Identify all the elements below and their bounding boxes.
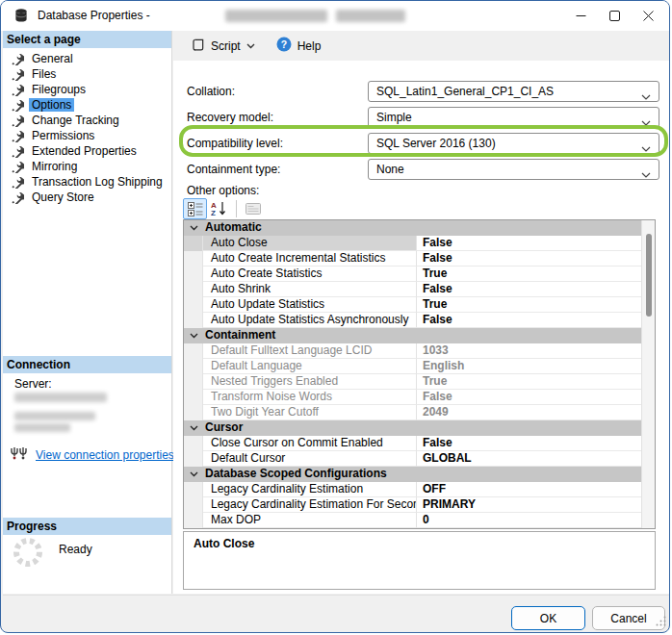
sidebar-item-transaction-log-shipping[interactable]: Transaction Log Shipping [3,174,171,190]
sidebar-item-permissions[interactable]: Permissions [3,128,171,143]
grid-row-legacy-cardinality-estimation-for-secondary[interactable]: Legacy Cardinality Estimation For Second… [184,497,655,513]
expand-chevron-icon [184,220,203,236]
property-value[interactable]: True [417,297,655,313]
property-pages-button [242,198,266,219]
sidebar-item-extended-properties[interactable]: Extended Properties [3,143,171,159]
property-value[interactable]: True [417,374,655,390]
combo-value: None [376,163,404,176]
chevron-down-icon [641,115,651,129]
alphabetical-sort-button[interactable]: A Z [207,198,231,219]
maximize-button[interactable] [598,1,632,30]
sidebar-item-label: Transaction Log Shipping [29,175,166,189]
title-bar: Database Properties - [1,1,669,31]
grid-section-automatic[interactable]: Automatic [184,220,655,236]
property-name: Auto Create Statistics [203,267,417,282]
grid-section-name: Automatic [203,220,655,236]
grid-row-default-fulltext-language-lcid[interactable]: Default Fulltext Language LCID1033 [184,343,655,359]
minimize-button[interactable] [564,1,598,30]
property-value[interactable]: False [417,251,655,267]
redacted-connection-user [14,412,95,420]
wrench-icon [11,52,24,65]
wrench-icon [11,83,24,96]
sidebar-item-label: Files [29,67,59,81]
property-value[interactable]: False [417,436,655,451]
grid-section-cursor[interactable]: Cursor [184,420,655,436]
grid-row-default-language[interactable]: Default LanguageEnglish [184,359,655,374]
property-value[interactable]: False [417,282,655,297]
row-gutter [184,343,203,359]
sidebar-item-change-tracking[interactable]: Change Tracking [3,113,171,128]
property-name: Nested Triggers Enabled [203,374,417,390]
grid-row-auto-close[interactable]: Auto CloseFalse [184,236,655,251]
help-button[interactable]: ? Help [272,34,325,58]
script-button[interactable]: Script [187,35,259,58]
property-value[interactable]: False [417,313,655,328]
grid-row-auto-create-statistics[interactable]: Auto Create StatisticsTrue [184,267,655,282]
combo-recovery-model[interactable]: Simple [368,107,659,128]
property-value[interactable]: OFF [417,482,655,497]
property-name: Close Cursor on Commit Enabled [203,436,417,451]
sidebar-item-options[interactable]: Options [3,97,171,113]
property-value[interactable]: 1033 [417,343,655,359]
property-value[interactable]: PRIMARY [417,497,655,513]
row-gutter [184,497,203,513]
grid-row-auto-update-statistics-asynchronously[interactable]: Auto Update Statistics AsynchronouslyFal… [184,313,655,328]
window-title: Database Properties - [38,9,150,22]
grid-row-nested-triggers-enabled[interactable]: Nested Triggers EnabledTrue [184,374,655,390]
property-name: Default Fulltext Language LCID [203,343,417,359]
redacted-connection-user [14,423,70,432]
progress-row: Ready [11,535,92,572]
property-value[interactable]: True [417,267,655,282]
grid-section-name: Cursor [203,420,655,436]
sidebar-item-files[interactable]: Files [3,66,171,82]
cancel-button[interactable]: Cancel [592,606,665,630]
grid-section-containment[interactable]: Containment [184,328,655,343]
script-label: Script [211,39,241,53]
row-gutter [184,313,203,328]
categorized-button[interactable] [183,198,207,219]
grid-row-close-cursor-on-commit-enabled[interactable]: Close Cursor on Commit EnabledFalse [184,436,655,451]
property-value[interactable]: 0 [417,513,655,528]
grid-row-max-dop[interactable]: Max DOP0 [184,513,655,528]
sidebar-item-mirroring[interactable]: Mirroring [3,159,171,174]
grid-section-name: Containment [203,328,655,343]
property-value[interactable]: English [417,359,655,374]
property-value[interactable]: False [417,236,655,251]
property-name: Max DOP [203,513,417,528]
combo-collation[interactable]: SQL_Latin1_General_CP1_CI_AS [368,81,659,102]
grid-row-default-cursor[interactable]: Default CursorGLOBAL [184,451,655,467]
view-connection-properties-link[interactable]: View connection properties [36,448,174,462]
wrench-icon [11,129,24,142]
grid-row-legacy-cardinality-estimation[interactable]: Legacy Cardinality EstimationOFF [184,482,655,497]
other-options-label: Other options: [187,184,259,197]
grid-row-transform-noise-words[interactable]: Transform Noise WordsFalse [184,390,655,405]
combo-compatibility-level[interactable]: SQL Server 2016 (130) [368,133,659,154]
ok-button[interactable]: OK [511,606,585,630]
grid-row-auto-update-statistics[interactable]: Auto Update StatisticsTrue [184,297,655,313]
grid-scrollbar[interactable] [641,220,655,528]
close-button[interactable] [632,1,665,30]
property-value[interactable]: False [417,390,655,405]
chevron-down-icon [641,167,651,181]
sidebar-item-filegroups[interactable]: Filegroups [3,82,171,97]
row-gutter [184,297,203,313]
grid-row-two-digit-year-cutoff[interactable]: Two Digit Year Cutoff2049 [184,405,655,420]
property-value[interactable]: GLOBAL [417,451,655,467]
combo-containment-type[interactable]: None [368,159,659,180]
expand-chevron-icon [184,467,203,482]
redacted-server-name [14,393,107,402]
sidebar-item-query-store[interactable]: Query Store [3,190,171,205]
grid-row-auto-create-incremental-statistics[interactable]: Auto Create Incremental StatisticsFalse [184,251,655,267]
footer-divider [3,595,670,596]
field-label: Compatibility level: [187,137,283,150]
resize-grip-icon[interactable] [656,616,666,629]
combo-value: Simple [376,111,412,124]
sidebar-item-general[interactable]: General [3,51,171,66]
grid-section-database-scoped-configurations[interactable]: Database Scoped Configurations [184,467,655,482]
sidebar-item-label: Options [29,98,74,112]
property-value[interactable]: 2049 [417,405,655,420]
grid-scrollbar-thumb[interactable] [646,234,652,317]
grid-row-auto-shrink[interactable]: Auto ShrinkFalse [184,282,655,297]
expand-chevron-icon [184,328,203,343]
database-icon [13,8,29,26]
